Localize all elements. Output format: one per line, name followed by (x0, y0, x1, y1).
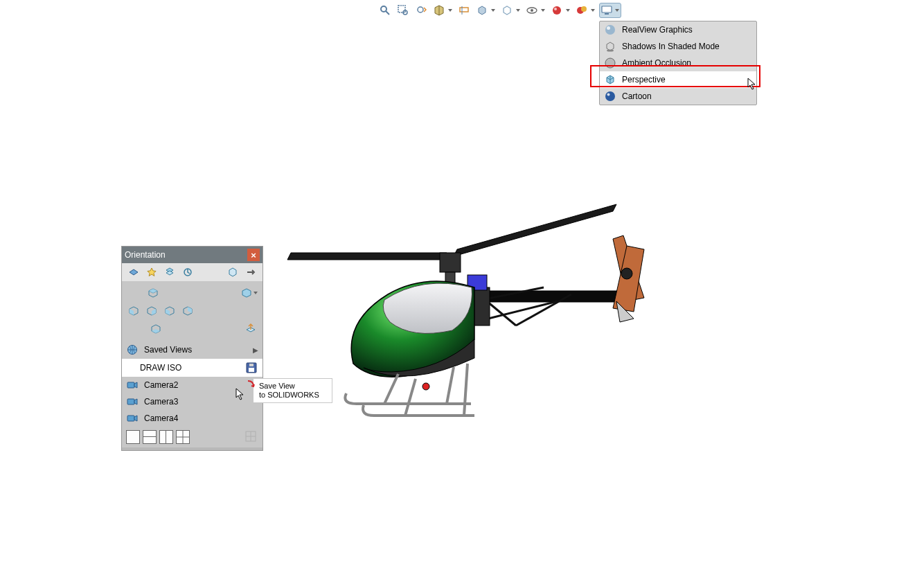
left-view-icon[interactable] (126, 303, 141, 319)
menu-item-ambient-occlusion[interactable]: Ambient Occlusion (600, 55, 756, 71)
camera-label: Camera2 (144, 380, 178, 390)
menu-item-shadows[interactable]: Shadows In Shaded Mode (600, 38, 756, 55)
zoom-area-icon[interactable] (395, 3, 411, 18)
previous-view-icon[interactable] (413, 3, 429, 18)
ambient-sphere-icon (604, 57, 616, 69)
four-viewport-icon[interactable] (176, 430, 190, 444)
svg-point-35 (605, 91, 615, 101)
svg-point-27 (581, 6, 587, 12)
svg-marker-1 (454, 204, 616, 256)
draw-iso-label: DRAW ISO (126, 363, 244, 373)
camera-icon (126, 379, 139, 391)
menu-item-perspective[interactable]: Perspective (600, 71, 756, 88)
saved-view-draw-iso[interactable]: DRAW ISO (122, 359, 262, 377)
normal-to-icon[interactable] (243, 321, 258, 337)
zoom-to-fit-icon[interactable] (377, 3, 393, 18)
menu-label: Ambient Occlusion (622, 58, 691, 68)
orientation-title: Orientation (125, 250, 166, 260)
camera-row[interactable]: Camera4 (122, 410, 262, 427)
view-selector-icon[interactable] (126, 265, 141, 280)
svg-point-32 (607, 50, 614, 52)
svg-point-15 (381, 6, 386, 12)
svg-line-13 (464, 364, 468, 416)
svg-point-24 (553, 6, 561, 15)
edit-appearance-button[interactable] (549, 3, 571, 18)
shadows-cube-icon (604, 40, 616, 53)
svg-line-16 (386, 11, 389, 15)
viewport-layout-row (122, 427, 262, 447)
orientation-panel: Orientation × Saved Views ▶ (121, 246, 263, 451)
svg-point-31 (607, 26, 610, 30)
menu-item-cartoon[interactable]: Cartoon (600, 88, 756, 105)
iso-selector-icon[interactable] (239, 285, 258, 301)
view-settings-menu: RealView Graphics Shadows In Shaded Mode… (599, 21, 757, 105)
hide-show-button[interactable] (499, 3, 522, 18)
svg-point-23 (531, 9, 533, 12)
tooltip-line2: to SOLIDWORKS (259, 391, 325, 400)
svg-marker-0 (287, 253, 447, 260)
svg-line-11 (447, 367, 454, 404)
link-views-icon[interactable] (244, 430, 258, 444)
save-view-button[interactable] (244, 361, 258, 375)
svg-rect-2 (440, 253, 461, 272)
perspective-cube-icon (604, 73, 616, 86)
two-horiz-viewport-icon[interactable] (143, 430, 157, 444)
view-settings-button[interactable] (599, 3, 621, 18)
camera-icon (126, 412, 139, 425)
apply-scene-button[interactable] (574, 3, 596, 18)
display-style-button[interactable] (474, 3, 497, 18)
reset-views-icon[interactable] (180, 265, 195, 280)
menu-label: Perspective (622, 75, 666, 84)
svg-point-19 (418, 7, 423, 12)
menu-item-realview[interactable]: RealView Graphics (600, 21, 756, 38)
view-orientation-eye-button[interactable] (524, 3, 546, 18)
save-view-tooltip: Save View to SOLIDWORKS (253, 378, 332, 403)
pin-icon[interactable] (243, 265, 258, 280)
two-vert-viewport-icon[interactable] (159, 430, 173, 444)
menu-label: Cartoon (622, 91, 652, 101)
tooltip-line1: Save View (259, 382, 325, 391)
svg-line-12 (405, 379, 416, 416)
svg-line-10 (384, 374, 398, 404)
svg-rect-45 (127, 416, 134, 421)
standard-views-bottom-row (122, 320, 262, 341)
svg-rect-29 (605, 13, 609, 15)
globe-icon (126, 344, 139, 356)
camera-label: Camera3 (144, 397, 178, 407)
menu-label: Shadows In Shaded Mode (622, 42, 720, 51)
back-view-icon[interactable] (180, 303, 195, 319)
saved-views-header[interactable]: Saved Views ▶ (122, 341, 262, 359)
update-views-icon[interactable] (162, 265, 177, 280)
heads-up-view-toolbar (377, 3, 621, 18)
svg-rect-28 (602, 6, 612, 12)
standard-views-top-row (122, 281, 262, 302)
realview-sphere-icon (604, 24, 616, 36)
chevron-right-icon: ▶ (253, 346, 258, 354)
close-icon[interactable]: × (247, 249, 260, 261)
standard-views-mid-row (122, 302, 262, 320)
right-view-icon[interactable] (162, 303, 177, 319)
camera-row[interactable]: Camera2 (122, 377, 262, 393)
single-viewport-icon[interactable] (126, 430, 140, 444)
svg-point-14 (422, 383, 429, 390)
svg-point-36 (607, 93, 610, 96)
svg-rect-42 (249, 364, 253, 366)
svg-point-7 (621, 268, 632, 279)
orientation-title-bar[interactable]: Orientation × (122, 247, 262, 263)
axonometric-icon[interactable] (225, 265, 240, 280)
camera-label: Camera4 (144, 413, 178, 423)
svg-rect-20 (460, 8, 468, 12)
top-view-icon[interactable] (145, 285, 161, 301)
saved-views-label: Saved Views (144, 345, 247, 355)
svg-rect-44 (127, 399, 134, 404)
camera-row[interactable]: Camera3 (122, 393, 262, 410)
front-view-icon[interactable] (144, 303, 159, 319)
svg-rect-17 (398, 6, 405, 12)
new-view-icon[interactable] (144, 265, 159, 280)
dynamic-annotation-icon[interactable] (456, 3, 472, 18)
svg-point-30 (605, 25, 615, 35)
menu-label: RealView Graphics (622, 25, 693, 35)
bottom-view-icon[interactable] (148, 321, 163, 337)
section-view-button[interactable] (431, 3, 454, 18)
svg-rect-43 (127, 382, 134, 388)
